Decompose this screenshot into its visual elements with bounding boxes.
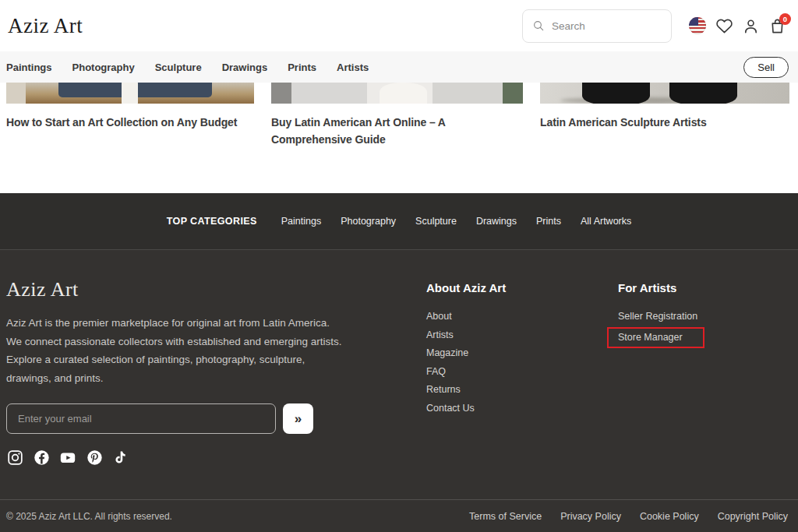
footer-link-returns[interactable]: Returns: [426, 381, 618, 400]
tiktok-icon[interactable]: [112, 449, 129, 466]
footer-artists-column: For Artists Seller Registration Store Ma…: [618, 278, 792, 499]
vase-shape: [122, 83, 138, 104]
nav-item-sculpture[interactable]: Sculpture: [155, 62, 202, 73]
language-flag-button[interactable]: [684, 12, 711, 39]
footer-about-column: About Aziz Art About Artists Magazine FA…: [426, 278, 618, 499]
article-title[interactable]: Buy Latin American Art Online – A Compre…: [271, 114, 523, 148]
legal-link-terms[interactable]: Terms of Service: [469, 511, 542, 522]
footer: Aziz Art Aziz Art is the premier marketp…: [0, 250, 798, 532]
category-link-paintings[interactable]: Paintings: [281, 216, 321, 227]
site-logo[interactable]: Aziz Art: [8, 14, 83, 38]
article-title[interactable]: Latin American Sculpture Artists: [540, 114, 789, 131]
heart-icon: [715, 17, 733, 35]
description-line: Explore a curated selection of paintings…: [6, 351, 426, 369]
footer-logo: Aziz Art: [6, 278, 426, 301]
footer-link-artists[interactable]: Artists: [426, 326, 618, 345]
figure-shape: [380, 83, 427, 104]
cart-button[interactable]: 0: [764, 12, 790, 39]
article-card: Latin American Sculpture Artists: [540, 83, 789, 193]
highlight-box: Store Manager: [607, 327, 704, 348]
article-cards: How to Start an Art Collection on Any Bu…: [0, 83, 798, 193]
nav-item-prints[interactable]: Prints: [288, 62, 316, 73]
footer-link-magazine[interactable]: Magazine: [426, 344, 618, 363]
social-links: [6, 449, 426, 466]
newsletter-form: »: [6, 403, 426, 434]
description-line: Aziz Art is the premier marketplace for …: [6, 314, 426, 333]
article-image-living-room[interactable]: [6, 83, 254, 104]
article-image-sculpture[interactable]: [540, 83, 789, 104]
description-line: drawings, and prints.: [6, 369, 426, 388]
legal-link-cookie[interactable]: Cookie Policy: [640, 511, 699, 522]
sculpture-leg-shape: [669, 83, 736, 104]
category-link-drawings[interactable]: Drawings: [476, 216, 517, 227]
about-column-heading: About Aziz Art: [426, 281, 618, 294]
footer-description: Aziz Art is the premier marketplace for …: [6, 314, 426, 387]
top-categories-band: TOP CATEGORIES Paintings Photography Scu…: [0, 193, 798, 250]
legal-link-copyright[interactable]: Copyright Policy: [718, 511, 788, 522]
user-icon: [742, 17, 760, 35]
article-card: Buy Latin American Art Online – A Compre…: [271, 83, 523, 193]
legal-links: Terms of Service Privacy Policy Cookie P…: [469, 511, 788, 522]
facebook-icon[interactable]: [33, 449, 50, 466]
category-link-sculpture[interactable]: Sculpture: [415, 216, 457, 227]
account-button[interactable]: [737, 12, 764, 39]
artists-column-heading: For Artists: [618, 281, 792, 294]
wall-shape: [6, 83, 26, 104]
pinterest-icon[interactable]: [86, 449, 103, 466]
nav-item-artists[interactable]: Artists: [337, 62, 369, 73]
nav-item-photography[interactable]: Photography: [72, 62, 135, 73]
article-card: How to Start an Art Collection on Any Bu…: [6, 83, 254, 193]
footer-bottom-bar: © 2025 Aziz Art LLC. All rights reserved…: [0, 499, 798, 532]
cart-count-badge: 0: [779, 13, 791, 25]
category-link-all-artworks[interactable]: All Artworks: [581, 216, 631, 227]
newsletter-submit-button[interactable]: »: [283, 403, 313, 434]
footer-link-about[interactable]: About: [426, 308, 618, 326]
nav-item-drawings[interactable]: Drawings: [222, 62, 268, 73]
footer-main: Aziz Art Aziz Art is the premier marketp…: [0, 250, 798, 499]
us-flag-icon: [689, 17, 706, 34]
wishlist-button[interactable]: [711, 12, 737, 39]
legal-link-privacy[interactable]: Privacy Policy: [560, 511, 621, 522]
category-link-prints[interactable]: Prints: [536, 216, 561, 227]
article-image-person-in-white[interactable]: [271, 83, 523, 104]
email-input[interactable]: [6, 403, 276, 434]
footer-link-faq[interactable]: FAQ: [426, 363, 618, 382]
sculpture-leg-shape: [582, 83, 649, 104]
footer-link-seller-registration[interactable]: Seller Registration: [618, 308, 792, 326]
header: Aziz Art 0: [0, 0, 798, 51]
magnifier-icon: [532, 19, 545, 32]
youtube-icon[interactable]: [59, 449, 76, 466]
footer-link-contact-us[interactable]: Contact Us: [426, 400, 618, 418]
article-title[interactable]: How to Start an Art Collection on Any Bu…: [6, 114, 254, 131]
search-box[interactable]: [522, 9, 672, 43]
copyright-text: © 2025 Aziz Art LLC. All rights reserved…: [6, 511, 172, 522]
page: Aziz Art 0 Painting: [0, 0, 798, 532]
nav-item-paintings[interactable]: Paintings: [6, 62, 52, 73]
top-categories-heading: TOP CATEGORIES: [167, 216, 257, 227]
footer-link-store-manager[interactable]: Store Manager: [618, 331, 683, 344]
main-nav: Paintings Photography Sculpture Drawings…: [0, 51, 798, 83]
instagram-icon[interactable]: [6, 449, 23, 466]
description-line: We connect passionate collectors with es…: [6, 333, 426, 351]
category-link-photography[interactable]: Photography: [341, 216, 396, 227]
sell-button[interactable]: Sell: [743, 57, 789, 78]
footer-brand-column: Aziz Art Aziz Art is the premier marketp…: [6, 278, 426, 499]
search-input[interactable]: [552, 20, 662, 32]
